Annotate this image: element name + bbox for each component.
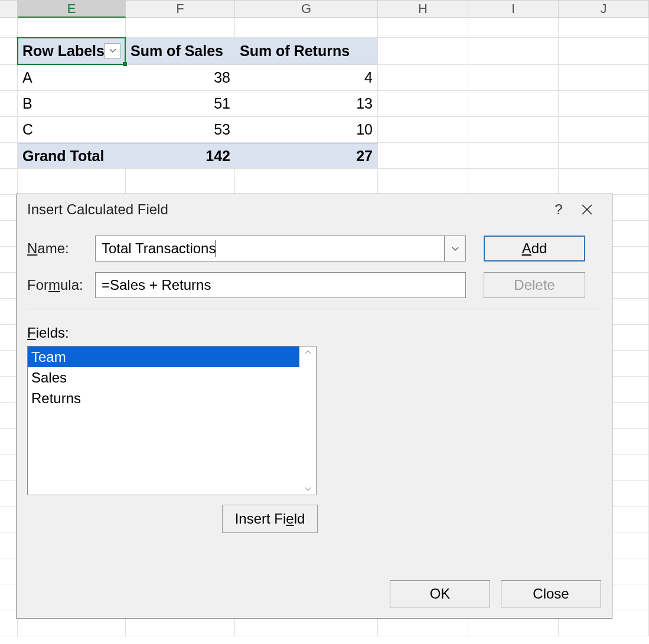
col-header-F[interactable]: F <box>126 1 235 18</box>
grid-cell[interactable] <box>378 143 468 168</box>
add-button[interactable]: Add <box>484 236 585 261</box>
fields-label: Fields: <box>27 325 601 341</box>
col-header-E[interactable]: E <box>18 1 126 18</box>
fields-listbox[interactable]: Team Sales Returns <box>27 346 317 495</box>
chevron-down-icon <box>452 247 459 251</box>
grid-cell[interactable] <box>468 143 559 168</box>
grid-cell[interactable] <box>0 143 18 168</box>
grid-cell[interactable] <box>378 169 468 194</box>
name-dropdown-button[interactable] <box>445 236 466 261</box>
grid-cell[interactable] <box>559 143 649 168</box>
pivot-row-label[interactable]: C <box>18 117 126 142</box>
name-input-value: Total Transactions <box>102 240 216 257</box>
row-header-corner[interactable] <box>0 1 18 18</box>
grid-cell[interactable] <box>0 38 18 64</box>
pivot-grand-total-returns[interactable]: 27 <box>235 143 378 168</box>
chevron-up-icon <box>305 350 311 354</box>
field-item-returns[interactable]: Returns <box>28 388 299 408</box>
close-button[interactable]: Close <box>501 580 601 607</box>
grid-cell[interactable] <box>559 91 649 116</box>
help-icon: ? <box>555 201 562 218</box>
formula-label: Formula: <box>27 277 95 293</box>
fields-scrollbar[interactable] <box>299 346 316 495</box>
grid-cell[interactable] <box>468 169 559 194</box>
close-icon <box>582 204 592 215</box>
grid-cell[interactable] <box>468 117 559 142</box>
grid-cell[interactable] <box>235 169 378 194</box>
grid-cell[interactable] <box>559 117 649 142</box>
grid-cell[interactable] <box>468 65 559 90</box>
grid-cell[interactable] <box>18 18 126 37</box>
name-input[interactable]: Total Transactions <box>95 236 445 261</box>
grid-cell[interactable] <box>559 169 649 194</box>
grid-cell[interactable] <box>378 65 468 90</box>
grid-cell[interactable] <box>468 91 559 116</box>
insert-calculated-field-dialog: Insert Calculated Field ? Name: Total Tr… <box>16 194 612 619</box>
grid-cell[interactable] <box>235 18 378 37</box>
pivot-row-labels-header[interactable]: Row Labels <box>18 38 126 64</box>
field-item-team[interactable]: Team <box>28 346 299 367</box>
grid-cell[interactable] <box>378 18 468 37</box>
col-header-G[interactable]: G <box>235 1 378 18</box>
close-x-button[interactable] <box>573 198 601 221</box>
chevron-down-icon <box>305 487 311 491</box>
col-header-H[interactable]: H <box>378 1 468 18</box>
grid-cell[interactable] <box>559 65 649 90</box>
field-item-sales[interactable]: Sales <box>28 367 299 388</box>
pivot-sum-sales-header[interactable]: Sum of Sales <box>126 38 235 64</box>
pivot-grand-total-sales[interactable]: 142 <box>126 143 235 168</box>
pivot-cell-returns[interactable]: 13 <box>235 91 378 116</box>
dialog-titlebar[interactable]: Insert Calculated Field ? <box>17 194 612 225</box>
grid-cell[interactable] <box>378 91 468 116</box>
pivot-row-label[interactable]: B <box>18 91 126 116</box>
column-headers: E F G H I J <box>0 0 649 18</box>
delete-button[interactable]: Delete <box>484 272 585 298</box>
grid-cell[interactable] <box>0 169 18 194</box>
grid-cell[interactable] <box>126 169 235 194</box>
col-header-I[interactable]: I <box>468 1 559 18</box>
grid-cell[interactable] <box>18 169 126 194</box>
chevron-down-icon <box>110 49 116 53</box>
dialog-title: Insert Calculated Field <box>27 201 168 218</box>
grid-cell[interactable] <box>126 18 235 37</box>
row-labels-text: Row Labels <box>22 43 105 60</box>
grid-cell[interactable] <box>0 65 18 90</box>
name-label: Name: <box>27 240 95 257</box>
pivot-grand-total-label[interactable]: Grand Total <box>18 143 126 168</box>
ok-button[interactable]: OK <box>390 580 490 607</box>
insert-field-button[interactable]: Insert Field <box>222 505 318 533</box>
formula-input-value: =Sales + Returns <box>102 277 211 293</box>
grid-cell[interactable] <box>0 18 18 37</box>
grid-cell[interactable] <box>559 38 649 64</box>
pivot-cell-returns[interactable]: 10 <box>235 117 378 142</box>
grid-cell[interactable] <box>0 117 18 142</box>
formula-input[interactable]: =Sales + Returns <box>95 272 466 298</box>
pivot-cell-returns[interactable]: 4 <box>235 65 378 90</box>
grid-cell[interactable] <box>378 38 468 64</box>
grid-cell[interactable] <box>378 117 468 142</box>
help-button[interactable]: ? <box>544 198 573 221</box>
divider <box>27 309 601 309</box>
pivot-cell-sales[interactable]: 51 <box>126 91 235 116</box>
pivot-cell-sales[interactable]: 38 <box>126 65 235 90</box>
grid-cell[interactable] <box>468 18 559 37</box>
row-labels-filter-button[interactable] <box>105 43 120 59</box>
col-header-J[interactable]: J <box>559 1 649 18</box>
pivot-row-label[interactable]: A <box>18 65 126 90</box>
grid-cell[interactable] <box>468 38 559 64</box>
pivot-cell-sales[interactable]: 53 <box>126 117 235 142</box>
grid-cell[interactable] <box>559 18 649 37</box>
grid-cell[interactable] <box>0 91 18 116</box>
pivot-sum-returns-header[interactable]: Sum of Returns <box>235 38 378 64</box>
